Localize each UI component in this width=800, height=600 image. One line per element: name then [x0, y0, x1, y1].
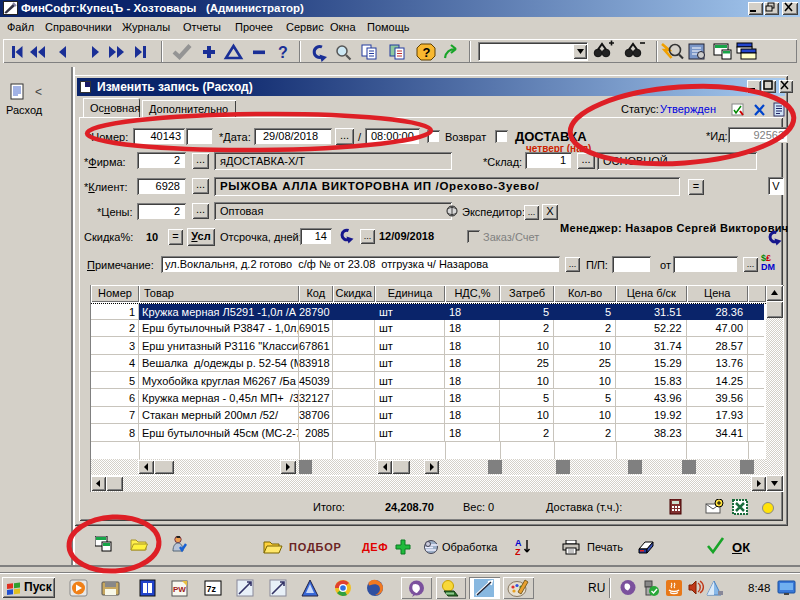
svg-text:?: ? [278, 44, 288, 61]
svg-text:RU: RU [588, 581, 605, 595]
svg-text:PW: PW [173, 585, 186, 594]
svg-text:8:48: 8:48 [748, 582, 770, 594]
svg-text:7z: 7z [207, 584, 217, 594]
svg-text:Z: Z [515, 547, 521, 556]
svg-text:?: ? [423, 45, 431, 60]
